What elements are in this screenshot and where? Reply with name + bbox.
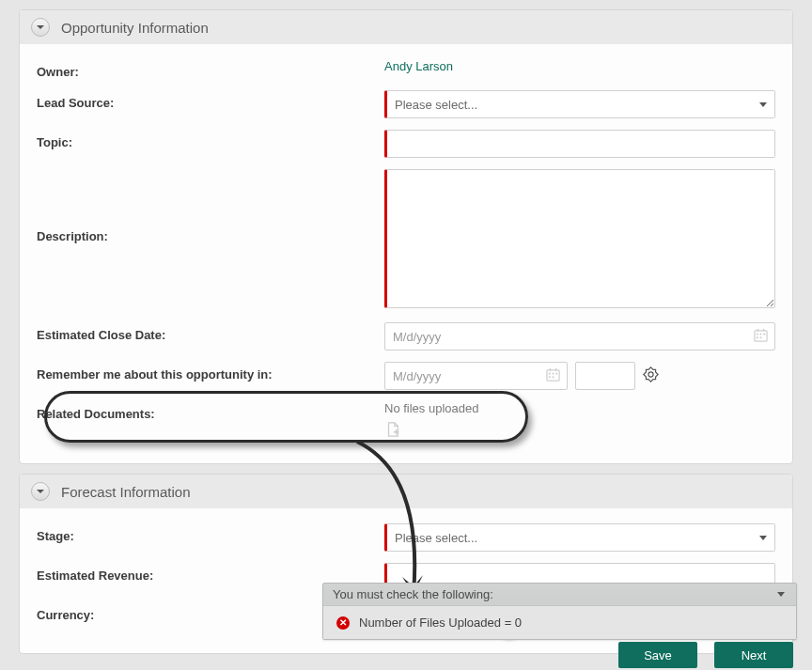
lead-source-label: Lead Source: [37, 90, 384, 110]
estimated-close-date-input[interactable] [384, 322, 775, 351]
estimated-revenue-label: Estimated Revenue: [37, 563, 384, 583]
calendar-icon[interactable] [546, 367, 560, 384]
svg-rect-14 [550, 368, 551, 371]
stage-label: Stage: [37, 523, 384, 543]
svg-rect-5 [760, 336, 762, 338]
svg-rect-10 [553, 373, 554, 375]
svg-rect-2 [760, 334, 762, 335]
target-icon[interactable] [643, 366, 659, 385]
opportunity-header: Opportunity Information [20, 10, 792, 44]
validation-message: Number of Files Uploaded = 0 [359, 615, 522, 630]
svg-rect-15 [555, 368, 556, 371]
validation-panel: You must check the following: ✕ Number o… [322, 583, 797, 640]
estimated-close-date-label: Estimated Close Date: [37, 322, 384, 342]
collapse-forecast-button[interactable] [31, 482, 50, 501]
owner-label: Owner: [37, 59, 384, 79]
svg-point-17 [648, 372, 653, 377]
chevron-down-icon [36, 23, 45, 32]
caret-down-icon [759, 536, 767, 540]
stage-placeholder: Please select... [395, 531, 477, 545]
caret-down-icon [759, 102, 767, 107]
svg-rect-4 [757, 336, 758, 338]
svg-rect-0 [755, 331, 767, 341]
svg-rect-12 [549, 376, 551, 378]
chevron-down-icon [36, 487, 45, 496]
calendar-icon[interactable] [754, 328, 768, 345]
svg-rect-13 [553, 376, 554, 378]
description-label: Description: [37, 169, 384, 243]
remember-number-input[interactable] [575, 362, 635, 390]
save-button[interactable]: Save [618, 642, 697, 668]
validation-header-text: You must check the following: [333, 587, 493, 601]
opportunity-title: Opportunity Information [61, 20, 209, 36]
forecast-header: Forecast Information [20, 475, 792, 508]
collapse-opportunity-button[interactable] [31, 18, 50, 37]
svg-marker-16 [644, 367, 658, 382]
related-documents-label: Related Documents: [37, 401, 384, 421]
validation-header[interactable]: You must check the following: [323, 584, 796, 605]
forecast-title: Forecast Information [61, 484, 191, 500]
error-icon: ✕ [336, 616, 350, 630]
add-document-icon[interactable] [384, 427, 401, 441]
next-button[interactable]: Next [714, 642, 793, 668]
owner-value-link[interactable]: Andy Larson [384, 59, 453, 73]
caret-down-icon [777, 592, 785, 597]
lead-source-placeholder: Please select... [395, 98, 477, 112]
svg-rect-1 [757, 334, 758, 335]
lead-source-select[interactable]: Please select... [384, 90, 775, 118]
svg-rect-3 [763, 334, 765, 335]
topic-label: Topic: [37, 130, 384, 149]
svg-rect-11 [555, 373, 557, 375]
svg-rect-6 [757, 329, 758, 332]
remember-date-input[interactable] [384, 362, 568, 390]
svg-rect-8 [547, 370, 559, 381]
description-textarea[interactable] [384, 169, 775, 308]
no-files-text: No files uploaded [384, 401, 775, 415]
topic-input[interactable] [384, 130, 775, 158]
svg-rect-7 [763, 329, 764, 332]
opportunity-card: Opportunity Information Owner: Andy Lars… [19, 9, 793, 464]
stage-select[interactable]: Please select... [384, 523, 775, 552]
remember-label: Remember me about this opportunity in: [37, 362, 384, 382]
svg-rect-9 [549, 373, 551, 375]
